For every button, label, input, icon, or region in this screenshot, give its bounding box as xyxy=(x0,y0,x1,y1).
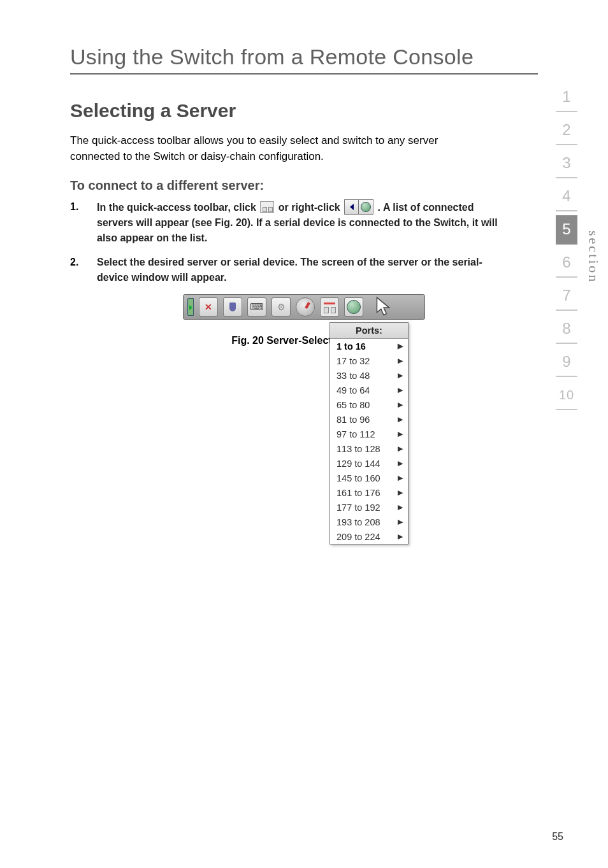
submenu-arrow-icon: ▶ xyxy=(398,503,403,511)
cursor-icon xyxy=(375,296,391,318)
ports-menu-item-label: 145 to 160 xyxy=(337,473,380,483)
ports-menu-item[interactable]: 81 to 96▶ xyxy=(330,412,408,427)
screenshot: Ports: 1 to 16▶17 to 32▶33 to 48▶49 to 6… xyxy=(183,294,425,320)
ports-menu-item-label: 161 to 176 xyxy=(337,488,380,498)
ports-menu-item[interactable]: 97 to 112▶ xyxy=(330,427,408,441)
section-title: Selecting a Server xyxy=(70,100,538,122)
ports-menu-item-label: 65 to 80 xyxy=(337,400,370,410)
section-tab-7[interactable]: 7 xyxy=(556,281,577,311)
submenu-arrow-icon: ▶ xyxy=(398,474,403,482)
submenu-arrow-icon: ▶ xyxy=(398,532,403,541)
section-label: section xyxy=(585,231,602,283)
ports-menu-item[interactable]: 1 to 16▶ xyxy=(330,339,408,353)
ports-menu-header: Ports: xyxy=(330,323,408,339)
ports-menu-item[interactable]: 49 to 64▶ xyxy=(330,383,408,397)
chapter-title: Using the Switch from a Remote Console xyxy=(70,45,538,69)
servers-icon xyxy=(260,201,274,213)
toolbar-pull-tab-icon xyxy=(187,298,194,316)
section-tab-2[interactable]: 2 xyxy=(556,116,577,145)
section-tab-3[interactable]: 3 xyxy=(556,149,577,178)
color-icon xyxy=(223,297,242,317)
ports-menu-item[interactable]: 129 to 144▶ xyxy=(330,456,408,471)
submenu-arrow-icon: ▶ xyxy=(398,459,403,467)
globe-icon xyxy=(344,297,363,317)
ports-menu-item[interactable]: 193 to 208▶ xyxy=(330,515,408,529)
step-2: 2. Select the desired server or serial d… xyxy=(70,255,503,285)
servers-icon xyxy=(320,297,339,317)
globe-icon xyxy=(359,200,373,214)
ports-menu-item-label: 49 to 64 xyxy=(337,385,370,395)
ports-menu-item[interactable]: 113 to 128▶ xyxy=(330,441,408,456)
ports-menu-item-label: 81 to 96 xyxy=(337,415,370,425)
section-tab-1[interactable]: 1 xyxy=(556,83,577,112)
ports-menu-item[interactable]: 145 to 160▶ xyxy=(330,471,408,485)
submenu-arrow-icon: ▶ xyxy=(398,488,403,497)
right-click-icon-pair xyxy=(344,199,373,215)
step-1-text-b: or right-click xyxy=(279,202,343,213)
ports-menu-item-label: 33 to 48 xyxy=(337,371,370,381)
ports-menu-item-label: 193 to 208 xyxy=(337,517,380,527)
section-tab-10[interactable]: 10 xyxy=(556,381,577,410)
ports-menu-item[interactable]: 161 to 176▶ xyxy=(330,485,408,500)
step-2-body: Select the desired server or serial devi… xyxy=(97,255,503,285)
submenu-arrow-icon: ▶ xyxy=(398,415,403,423)
step-1-text-a: In the quick-access toolbar, click xyxy=(97,202,259,213)
ports-menu-item[interactable]: 177 to 192▶ xyxy=(330,500,408,515)
ports-menu-item-label: 129 to 144 xyxy=(337,459,380,469)
step-2-number: 2. xyxy=(70,255,85,285)
section-tab-8[interactable]: 8 xyxy=(556,315,577,344)
keys-icon xyxy=(271,297,291,317)
submenu-arrow-icon: ▶ xyxy=(398,342,403,350)
section-tabs: section 12345678910 xyxy=(551,83,583,410)
submenu-arrow-icon: ▶ xyxy=(398,401,403,409)
page-number: 55 xyxy=(552,831,563,843)
procedure-title: To connect to a different server: xyxy=(70,178,538,193)
ports-menu-item[interactable]: 65 to 80▶ xyxy=(330,397,408,412)
ports-menu-item-label: 113 to 128 xyxy=(337,444,380,454)
step-1-number: 1. xyxy=(70,199,85,246)
ports-menu-item-label: 177 to 192 xyxy=(337,502,380,513)
submenu-arrow-icon: ▶ xyxy=(398,518,403,526)
ports-menu: Ports: 1 to 16▶17 to 32▶33 to 48▶49 to 6… xyxy=(329,322,409,544)
ports-menu-item-label: 17 to 32 xyxy=(337,356,370,366)
submenu-arrow-icon: ▶ xyxy=(398,371,403,380)
section-tab-5[interactable]: 5 xyxy=(556,215,577,245)
ports-menu-item-label: 1 to 16 xyxy=(337,341,366,352)
section-tab-6[interactable]: 6 xyxy=(556,248,577,278)
ports-menu-item[interactable]: 209 to 224▶ xyxy=(330,529,408,544)
submenu-arrow-icon: ▶ xyxy=(398,386,403,394)
arrow-left-icon xyxy=(345,200,359,214)
quick-access-toolbar xyxy=(183,294,425,320)
ports-menu-item-label: 97 to 112 xyxy=(337,429,375,439)
close-icon xyxy=(199,297,218,317)
title-rule xyxy=(70,73,538,75)
section-tab-4[interactable]: 4 xyxy=(556,182,577,211)
submenu-arrow-icon: ▶ xyxy=(398,357,403,365)
intro-paragraph: The quick-access toolbar allows you to e… xyxy=(70,133,478,164)
submenu-arrow-icon: ▶ xyxy=(398,430,403,438)
step-1: 1. In the quick-access toolbar, click or… xyxy=(70,199,503,246)
ports-menu-item[interactable]: 33 to 48▶ xyxy=(330,368,408,383)
ports-menu-item-label: 209 to 224 xyxy=(337,532,380,542)
performance-gauge-icon xyxy=(296,297,315,317)
figure-20: Ports: 1 to 16▶17 to 32▶33 to 48▶49 to 6… xyxy=(70,294,538,346)
ports-menu-item[interactable]: 17 to 32▶ xyxy=(330,353,408,368)
keyboard-icon xyxy=(247,297,266,317)
section-tab-9[interactable]: 9 xyxy=(556,348,577,377)
submenu-arrow-icon: ▶ xyxy=(398,445,403,453)
step-1-body: In the quick-access toolbar, click or ri… xyxy=(97,199,503,246)
